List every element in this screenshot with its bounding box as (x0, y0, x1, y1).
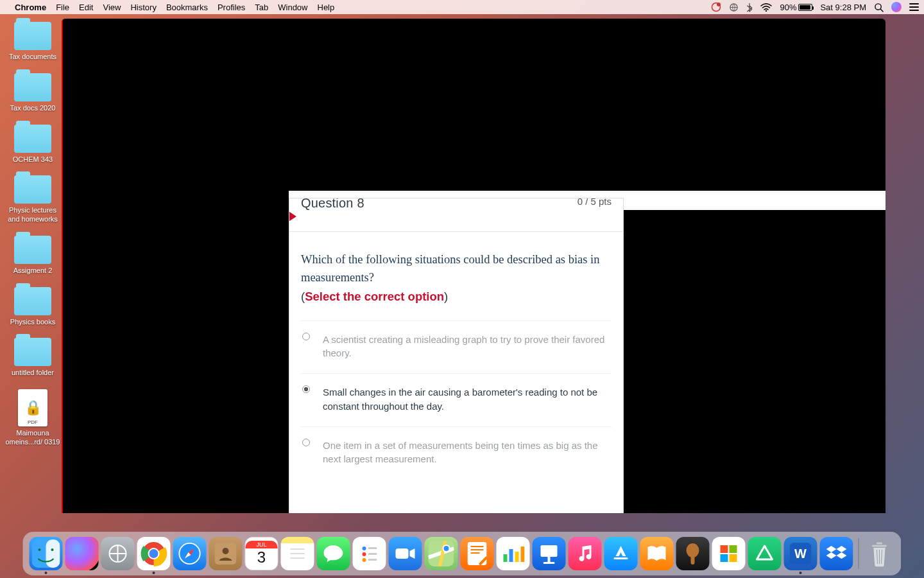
svg-rect-27 (368, 553, 377, 555)
folder-tax-docs-2020[interactable]: Tax docs 2020 (4, 73, 62, 113)
svg-rect-44 (543, 562, 555, 564)
svg-rect-37 (471, 552, 480, 554)
status-location-icon[interactable] (729, 3, 739, 12)
svg-line-5 (880, 9, 883, 12)
menu-view[interactable]: View (103, 3, 121, 12)
siri-icon[interactable] (891, 2, 902, 12)
question-header: Question 8 0 / 5 pts (289, 198, 623, 232)
menu-tab[interactable]: Tab (255, 3, 268, 12)
svg-rect-51 (730, 554, 737, 562)
dock-safari[interactable] (173, 537, 207, 570)
dock-reminders[interactable] (353, 537, 386, 570)
folder-untitled[interactable]: untitled folder (4, 338, 62, 378)
svg-rect-58 (872, 545, 887, 547)
dock-calendar[interactable]: JUL 3 (245, 537, 278, 570)
dock-green-app[interactable] (748, 537, 782, 570)
svg-point-20 (223, 548, 229, 554)
svg-rect-48 (721, 545, 728, 553)
svg-rect-42 (541, 545, 558, 557)
dock-siri[interactable] (65, 537, 99, 570)
svg-point-9 (51, 548, 54, 551)
control-center-icon[interactable] (909, 3, 919, 11)
dock: JUL 3 W (23, 532, 902, 575)
dock-dropbox[interactable] (820, 537, 853, 570)
dock-numbers[interactable] (497, 537, 530, 570)
folder-assignment-2[interactable]: Assigment 2 (4, 236, 62, 276)
dock-notes[interactable] (281, 537, 314, 570)
dock-chrome[interactable] (137, 537, 171, 570)
answer-option-3[interactable]: One item in a set of measurements being … (301, 426, 612, 480)
hint-close-paren: ) (444, 290, 448, 303)
folder-label: Physics books (10, 318, 55, 327)
dock-contacts[interactable] (209, 537, 243, 570)
svg-point-1 (717, 3, 721, 6)
folder-icon (14, 236, 51, 264)
svg-point-33 (443, 545, 450, 552)
dock-messages[interactable] (317, 537, 350, 570)
folder-physic-lectures[interactable]: Physic lectures and homeworks (4, 175, 62, 224)
svg-rect-47 (691, 556, 695, 565)
running-indicator (800, 572, 802, 574)
folder-label: Assigment 2 (13, 267, 53, 276)
dock-word[interactable]: W (784, 537, 817, 570)
svg-marker-55 (837, 546, 847, 552)
question-prompt: Which of the following situations could … (301, 251, 612, 287)
svg-point-14 (150, 549, 158, 558)
dock-trash[interactable] (864, 537, 895, 570)
svg-rect-50 (721, 554, 728, 562)
battery-percent-label: 90% (780, 3, 796, 12)
pdf-file-maimouna[interactable]: 🔒PDF Maimouna omeins...rd/ 0319 (4, 389, 62, 447)
folder-physics-books[interactable]: Physics books (4, 287, 62, 327)
question-hint: (Select the correct option) (301, 290, 612, 304)
dock-finder[interactable] (30, 537, 63, 570)
svg-rect-29 (368, 559, 377, 561)
status-battery[interactable]: 90% (780, 3, 812, 12)
status-clock[interactable]: Sat 9:28 PM (820, 3, 866, 12)
svg-text:W: W (794, 547, 807, 561)
dock-keynote[interactable] (533, 537, 566, 570)
dock-maps[interactable] (425, 537, 458, 570)
dock-microsoft[interactable] (712, 537, 746, 570)
folder-tax-documents[interactable]: Tax documents (4, 22, 62, 62)
menu-window[interactable]: Window (278, 3, 307, 12)
svg-rect-45 (614, 557, 628, 559)
status-bluetooth-icon[interactable] (746, 3, 753, 12)
dock-zoom[interactable] (389, 537, 422, 570)
svg-rect-38 (504, 554, 508, 562)
svg-rect-30 (396, 548, 409, 559)
active-app-name[interactable]: Chrome (15, 3, 46, 12)
svg-rect-7 (46, 539, 60, 568)
status-do-not-disturb-icon[interactable] (711, 2, 721, 12)
answer-option-1[interactable]: A scientist creating a misleading graph … (301, 320, 612, 374)
menu-file[interactable]: File (56, 3, 69, 12)
svg-point-28 (363, 558, 366, 562)
svg-marker-31 (410, 548, 415, 559)
menu-edit[interactable]: Edit (79, 3, 93, 12)
dock-garageband[interactable] (676, 537, 710, 570)
question-number-title: Question 8 (301, 198, 364, 211)
menu-bookmarks[interactable]: Bookmarks (166, 3, 208, 12)
svg-marker-57 (837, 552, 847, 559)
radio-icon (302, 385, 310, 393)
menu-help[interactable]: Help (318, 3, 335, 12)
answer-text: A scientist creating a misleading graph … (323, 333, 612, 361)
folder-icon (14, 125, 51, 153)
radio-icon (302, 333, 310, 340)
menu-profiles[interactable]: Profiles (218, 3, 245, 12)
answer-option-2[interactable]: Small changes in the air causing a barom… (301, 373, 612, 426)
folder-label: Physic lectures and homeworks (4, 206, 62, 224)
dock-books[interactable] (640, 537, 674, 570)
status-wifi-icon[interactable] (760, 3, 772, 12)
dock-pages[interactable] (461, 537, 494, 570)
menu-history[interactable]: History (130, 3, 156, 12)
running-indicator (45, 572, 47, 574)
pdf-icon: 🔒PDF (18, 389, 47, 426)
dock-music[interactable] (569, 537, 602, 570)
svg-rect-35 (471, 546, 484, 547)
svg-point-3 (766, 10, 767, 11)
dock-appstore[interactable] (604, 537, 638, 570)
spotlight-search-icon[interactable] (874, 3, 884, 12)
folder-icon (14, 73, 51, 101)
dock-launchpad[interactable] (101, 537, 135, 570)
folder-ochem-343[interactable]: OCHEM 343 (4, 125, 62, 164)
